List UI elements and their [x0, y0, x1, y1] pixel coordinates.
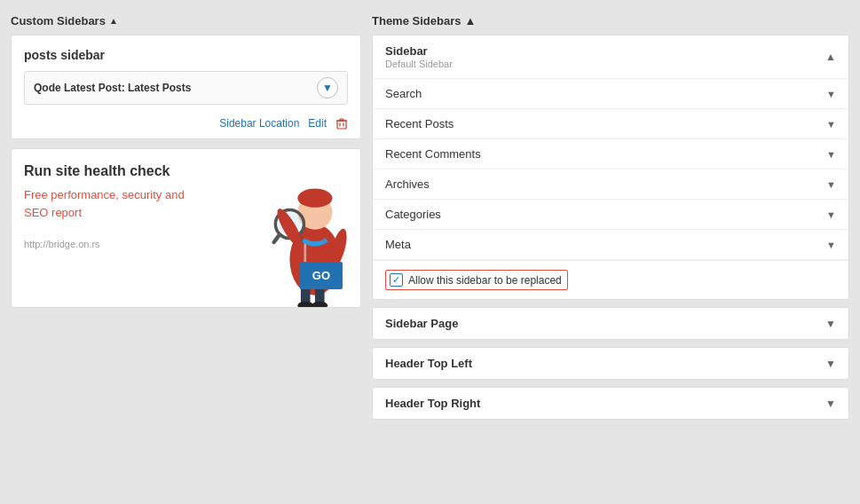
header-top-left-title: Header Top Left [385, 357, 472, 370]
sidebar-item-meta-arrow: ▼ [826, 240, 836, 250]
sidebar-actions: Sidebar Location Edit [24, 114, 348, 130]
trash-icon [335, 117, 348, 130]
svg-point-17 [297, 302, 313, 307]
posts-sidebar-card: posts sidebar Qode Latest Post: Latest P… [11, 35, 361, 139]
sidebar-page-accordion: Sidebar Page ▼ [372, 307, 849, 340]
sidebar-item-recent-comments-label: Recent Comments [385, 147, 481, 161]
header-top-left-accordion: Header Top Left ▼ [372, 347, 849, 380]
sidebar-expanded-subtitle: Default Sidebar [385, 59, 453, 69]
sidebar-page-header[interactable]: Sidebar Page ▼ [373, 308, 848, 339]
custom-sidebars-arrow: ▲ [109, 16, 118, 26]
svg-point-18 [312, 302, 327, 307]
sidebar-item-categories-arrow: ▼ [826, 209, 836, 220]
sidebar-item-search-label: Search [385, 87, 422, 100]
left-panel: Custom Sidebars ▲ posts sidebar Qode Lat… [11, 11, 361, 493]
edit-link[interactable]: Edit [308, 117, 327, 130]
health-card-description: Free performance, security and SEO repor… [24, 186, 202, 221]
svg-rect-0 [337, 121, 346, 129]
sidebar-item-archives-label: Archives [385, 177, 430, 191]
allow-replace-label: Allow this sidebar to be replaced [408, 274, 562, 287]
header-top-left-arrow: ▼ [825, 358, 836, 370]
sidebar-item-meta[interactable]: Meta ▼ [373, 230, 848, 260]
sidebar-item-search-arrow: ▼ [826, 89, 836, 99]
right-panel: Theme Sidebars ▲ Sidebar Default Sidebar… [372, 11, 849, 493]
theme-sidebars-title: Theme Sidebars ▲ [372, 11, 849, 35]
widget-dropdown-button[interactable]: ▼ [317, 77, 338, 98]
sidebar-page-title: Sidebar Page [385, 317, 458, 330]
sidebar-expanded-title: Sidebar [385, 44, 453, 58]
allow-replace-checkbox[interactable]: ✓ [390, 273, 403, 287]
health-card: Run site health check Free performance, … [11, 148, 361, 308]
sidebar-up-arrow: ▲ [825, 51, 836, 63]
widget-label-prefix: Qode Latest Post: [34, 82, 125, 94]
sidebar-item-recent-comments[interactable]: Recent Comments ▼ [373, 139, 848, 169]
svg-point-7 [297, 189, 332, 208]
sidebar-item-search[interactable]: Search ▼ [373, 79, 848, 109]
header-top-right-header[interactable]: Header Top Right ▼ [373, 388, 848, 419]
sidebar-item-recent-posts-label: Recent Posts [385, 117, 454, 130]
sidebar-page-arrow: ▼ [825, 318, 836, 330]
delete-button[interactable] [335, 117, 348, 130]
sidebar-location-link[interactable]: Sidebar Location [219, 117, 299, 130]
sidebar-item-categories[interactable]: Categories ▼ [373, 200, 848, 230]
widget-row: Qode Latest Post: Latest Posts ▼ [24, 71, 348, 105]
custom-sidebars-title: Custom Sidebars ▲ [11, 11, 361, 35]
sidebar-item-recent-comments-arrow: ▼ [826, 149, 836, 160]
widget-label-value: Latest Posts [128, 82, 191, 94]
sidebar-header-text: Sidebar Default Sidebar [385, 44, 453, 69]
widget-label: Qode Latest Post: Latest Posts [34, 82, 317, 94]
header-top-left-header[interactable]: Header Top Left ▼ [373, 348, 848, 379]
header-top-right-accordion: Header Top Right ▼ [372, 387, 849, 420]
sidebar-item-recent-posts[interactable]: Recent Posts ▼ [373, 109, 848, 139]
svg-line-11 [274, 236, 279, 242]
allow-replace-row: ✓ Allow this sidebar to be replaced [373, 260, 848, 299]
header-top-right-arrow: ▼ [825, 398, 836, 410]
sidebar-expanded-panel: Sidebar Default Sidebar ▲ Search ▼ Recen… [372, 35, 849, 300]
allow-replace-wrapper: ✓ Allow this sidebar to be replaced [385, 270, 568, 290]
sidebar-item-categories-label: Categories [385, 208, 441, 221]
custom-sidebars-label: Custom Sidebars [11, 14, 106, 28]
theme-sidebars-label: Theme Sidebars [372, 14, 461, 28]
header-top-right-title: Header Top Right [385, 397, 480, 410]
sidebar-items-list: Search ▼ Recent Posts ▼ Recent Comments … [373, 78, 848, 299]
sidebar-item-archives[interactable]: Archives ▼ [373, 169, 848, 200]
theme-sidebars-arrow: ▲ [464, 14, 476, 28]
sidebar-expanded-header[interactable]: Sidebar Default Sidebar ▲ [373, 35, 848, 78]
sidebar-item-archives-arrow: ▼ [826, 179, 836, 190]
go-button[interactable]: GO [300, 262, 343, 289]
sidebar-item-recent-posts-arrow: ▼ [826, 119, 836, 130]
sidebar-item-meta-label: Meta [385, 238, 411, 251]
health-card-title: Run site health check [24, 163, 202, 179]
posts-sidebar-title: posts sidebar [24, 48, 348, 62]
